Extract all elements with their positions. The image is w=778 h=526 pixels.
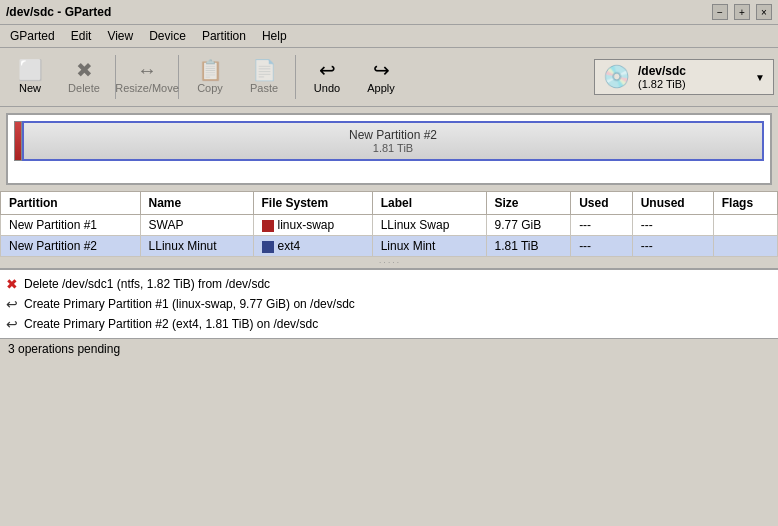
fs-swap-icon bbox=[262, 220, 274, 232]
menu-device[interactable]: Device bbox=[143, 27, 192, 45]
apply-label: Apply bbox=[367, 82, 395, 94]
cell-filesystem: linux-swap bbox=[253, 215, 372, 236]
operation-item: ↩ Create Primary Partition #2 (ext4, 1.8… bbox=[6, 314, 772, 334]
disk-segment-size: 1.81 TiB bbox=[373, 142, 413, 154]
fs-ext4-icon bbox=[262, 241, 274, 253]
cell-flags bbox=[713, 236, 777, 257]
status-text: 3 operations pending bbox=[8, 342, 120, 356]
menu-edit[interactable]: Edit bbox=[65, 27, 98, 45]
apply-button[interactable]: ↪ Apply bbox=[355, 51, 407, 103]
statusbar: 3 operations pending bbox=[0, 338, 778, 359]
col-filesystem: File System bbox=[253, 192, 372, 215]
cell-flags bbox=[713, 215, 777, 236]
new-icon: ⬜ bbox=[18, 60, 43, 80]
col-flags: Flags bbox=[713, 192, 777, 215]
menu-partition[interactable]: Partition bbox=[196, 27, 252, 45]
device-selector[interactable]: 💿 /dev/sdc (1.82 TiB) ▼ bbox=[594, 59, 774, 95]
delete-op-icon: ✖ bbox=[6, 276, 18, 292]
undo-label: Undo bbox=[314, 82, 340, 94]
disk-segment-label: New Partition #2 bbox=[349, 128, 437, 142]
partition-table-area: Partition Name File System Label Size Us… bbox=[0, 191, 778, 257]
window-controls: − + × bbox=[712, 4, 772, 20]
maximize-button[interactable]: + bbox=[734, 4, 750, 20]
col-label: Label bbox=[372, 192, 486, 215]
operation-text: Create Primary Partition #1 (linux-swap,… bbox=[24, 297, 355, 311]
disk-segment-selected[interactable]: New Partition #2 1.81 TiB bbox=[22, 121, 764, 161]
dropdown-arrow-icon: ▼ bbox=[755, 72, 765, 83]
cell-size: 1.81 TiB bbox=[486, 236, 571, 257]
menu-help[interactable]: Help bbox=[256, 27, 293, 45]
disk-segment-swap[interactable] bbox=[14, 121, 22, 161]
menu-view[interactable]: View bbox=[101, 27, 139, 45]
create-op-icon: ↩ bbox=[6, 296, 18, 312]
operation-text: Create Primary Partition #2 (ext4, 1.81 … bbox=[24, 317, 318, 331]
delete-button[interactable]: ✖ Delete bbox=[58, 51, 110, 103]
delete-label: Delete bbox=[68, 82, 100, 94]
cell-name: SWAP bbox=[140, 215, 253, 236]
titlebar: /dev/sdc - GParted − + × bbox=[0, 0, 778, 25]
table-row[interactable]: New Partition #2 LLinux Minut ext4 Linux… bbox=[1, 236, 778, 257]
resize-icon: ↔ bbox=[137, 60, 157, 80]
cell-size: 9.77 GiB bbox=[486, 215, 571, 236]
table-header-row: Partition Name File System Label Size Us… bbox=[1, 192, 778, 215]
new-button[interactable]: ⬜ New bbox=[4, 51, 56, 103]
disk-visual: New Partition #2 1.81 TiB bbox=[6, 113, 772, 185]
undo-button[interactable]: ↩ Undo bbox=[301, 51, 353, 103]
paste-button[interactable]: 📄 Paste bbox=[238, 51, 290, 103]
copy-label: Copy bbox=[197, 82, 223, 94]
col-partition: Partition bbox=[1, 192, 141, 215]
cell-name: LLinux Minut bbox=[140, 236, 253, 257]
cell-used: --- bbox=[571, 215, 633, 236]
disk-bar: New Partition #2 1.81 TiB bbox=[14, 121, 764, 161]
new-label: New bbox=[19, 82, 41, 94]
toolbar-separator-3 bbox=[295, 55, 296, 99]
operation-item: ↩ Create Primary Partition #1 (linux-swa… bbox=[6, 294, 772, 314]
copy-icon: 📋 bbox=[198, 60, 223, 80]
cell-used: --- bbox=[571, 236, 633, 257]
menu-gparted[interactable]: GParted bbox=[4, 27, 61, 45]
window-title: /dev/sdc - GParted bbox=[6, 5, 111, 19]
col-unused: Unused bbox=[632, 192, 713, 215]
menubar: GParted Edit View Device Partition Help bbox=[0, 25, 778, 48]
minimize-button[interactable]: − bbox=[712, 4, 728, 20]
cell-partition: New Partition #2 bbox=[1, 236, 141, 257]
resize-label: Resize/Move bbox=[115, 82, 179, 94]
device-icon: 💿 bbox=[603, 64, 630, 90]
cell-label: LLinux Swap bbox=[372, 215, 486, 236]
toolbar: ⬜ New ✖ Delete ↔ Resize/Move 📋 Copy 📄 Pa… bbox=[0, 48, 778, 107]
resize-handle[interactable]: · · · · · bbox=[0, 257, 778, 268]
cell-filesystem: ext4 bbox=[253, 236, 372, 257]
device-name: /dev/sdc bbox=[638, 64, 686, 78]
operation-text: Delete /dev/sdc1 (ntfs, 1.82 TiB) from /… bbox=[24, 277, 270, 291]
cell-unused: --- bbox=[632, 215, 713, 236]
resize-button[interactable]: ↔ Resize/Move bbox=[121, 51, 173, 103]
partition-table: Partition Name File System Label Size Us… bbox=[0, 191, 778, 257]
device-info: /dev/sdc (1.82 TiB) bbox=[638, 64, 686, 90]
col-used: Used bbox=[571, 192, 633, 215]
operation-item: ✖ Delete /dev/sdc1 (ntfs, 1.82 TiB) from… bbox=[6, 274, 772, 294]
cell-label: Linux Mint bbox=[372, 236, 486, 257]
delete-icon: ✖ bbox=[76, 60, 93, 80]
apply-icon: ↪ bbox=[373, 60, 390, 80]
paste-icon: 📄 bbox=[252, 60, 277, 80]
paste-label: Paste bbox=[250, 82, 278, 94]
create-op-icon: ↩ bbox=[6, 316, 18, 332]
cell-unused: --- bbox=[632, 236, 713, 257]
col-size: Size bbox=[486, 192, 571, 215]
col-name: Name bbox=[140, 192, 253, 215]
device-size: (1.82 TiB) bbox=[638, 78, 686, 90]
close-button[interactable]: × bbox=[756, 4, 772, 20]
copy-button[interactable]: 📋 Copy bbox=[184, 51, 236, 103]
table-row[interactable]: New Partition #1 SWAP linux-swap LLinux … bbox=[1, 215, 778, 236]
operations-log: ✖ Delete /dev/sdc1 (ntfs, 1.82 TiB) from… bbox=[0, 268, 778, 338]
undo-icon: ↩ bbox=[319, 60, 336, 80]
cell-partition: New Partition #1 bbox=[1, 215, 141, 236]
